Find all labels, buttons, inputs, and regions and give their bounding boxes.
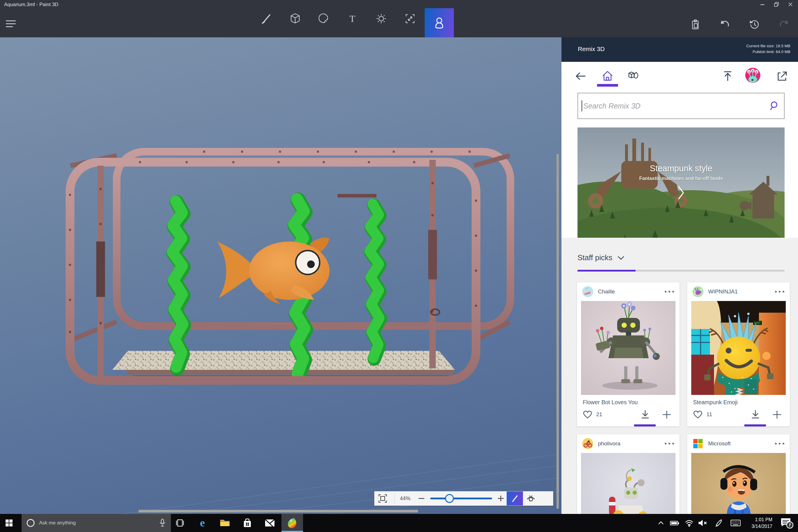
add-to-project-icon[interactable] <box>662 410 671 419</box>
action-center-icon[interactable]: 7 <box>777 514 796 532</box>
search-input[interactable]: Search Remix 3D <box>577 93 784 119</box>
view-mode-icon[interactable] <box>523 493 539 504</box>
store-icon[interactable] <box>237 514 258 532</box>
close-button[interactable] <box>783 0 797 9</box>
more-options-icon[interactable] <box>775 434 784 453</box>
back-icon[interactable] <box>574 70 587 83</box>
open-external-icon[interactable] <box>776 70 789 83</box>
history-icon[interactable] <box>747 18 762 32</box>
task-view-icon[interactable] <box>169 514 190 532</box>
model-thumbnail-flower-bot[interactable] <box>581 301 676 395</box>
more-options-icon[interactable] <box>664 282 674 301</box>
like-heart-icon[interactable] <box>693 410 703 419</box>
cortana-icon <box>26 518 35 527</box>
start-button[interactable] <box>0 514 18 532</box>
notification-badge: 7 <box>788 522 791 527</box>
app-header: Aquarium.3mf - Paint 3D T <box>0 0 798 37</box>
author-name: Chaille <box>598 282 615 301</box>
zoom-out-icon[interactable] <box>416 495 427 502</box>
like-heart-icon[interactable] <box>583 410 592 419</box>
canvas-horizontal-scrollbar[interactable] <box>138 510 418 512</box>
paste-icon[interactable] <box>688 18 702 32</box>
window-controls <box>755 0 797 9</box>
author-avatar[interactable] <box>582 438 593 449</box>
search-icon[interactable] <box>765 101 784 111</box>
search-placeholder: Search Remix 3D <box>583 102 765 110</box>
author-name: WIPNINJA1 <box>708 282 738 301</box>
home-icon-active[interactable] <box>601 70 614 83</box>
restore-button[interactable] <box>770 0 783 9</box>
download-icon[interactable] <box>751 410 760 419</box>
undo-icon[interactable] <box>718 18 732 32</box>
section-divider <box>577 270 784 271</box>
author-avatar[interactable] <box>692 286 703 297</box>
banner-title: Steampunk style <box>577 164 784 173</box>
time: 1:01 PM <box>743 516 772 523</box>
touch-keyboard-icon[interactable] <box>729 514 742 532</box>
zoom-slider-thumb[interactable] <box>445 494 454 503</box>
download-progress-bar <box>634 424 656 426</box>
fit-to-view-icon[interactable] <box>375 494 391 504</box>
author-avatar[interactable] <box>582 286 593 297</box>
paint-3d-app-active[interactable] <box>282 514 303 532</box>
author-avatar[interactable] <box>692 438 703 449</box>
like-count: 21 <box>596 411 602 418</box>
canvas-vertical-scrollbar[interactable] <box>556 154 559 509</box>
text-tool-icon[interactable]: T <box>345 12 359 26</box>
menu-icon[interactable] <box>6 20 16 28</box>
profile-avatar[interactable] <box>745 68 760 83</box>
steampunk-banner[interactable]: Steampunk style Fantastic machines and f… <box>577 128 784 238</box>
draw-mode-button-selected[interactable] <box>507 492 523 506</box>
model-card[interactable]: Chaille <box>577 282 680 426</box>
zoom-slider-track[interactable] <box>430 498 492 499</box>
active-app-indicator <box>282 531 303 532</box>
canvas-tool-icon[interactable] <box>403 12 417 26</box>
more-options-icon[interactable] <box>775 282 784 301</box>
brush-tool-icon[interactable] <box>259 12 273 26</box>
file-size-info: Current file size: 18.5 MB Publish limit… <box>746 43 791 55</box>
author-name: Microsoft <box>708 434 730 453</box>
download-icon[interactable] <box>641 410 650 419</box>
3d-canvas[interactable] <box>0 37 562 514</box>
cortana-search-input[interactable]: Ask me anything <box>22 514 171 532</box>
current-file-size: Current file size: 18.5 MB <box>746 43 791 49</box>
minimize-button[interactable] <box>755 0 770 9</box>
zoom-slider[interactable] <box>430 494 492 503</box>
file-explorer-icon[interactable] <box>214 514 235 532</box>
like-count: 11 <box>706 411 712 418</box>
add-to-project-icon[interactable] <box>772 410 782 419</box>
upload-icon[interactable] <box>721 70 735 83</box>
text-cursor <box>582 100 582 111</box>
remix-panel-header: Remix 3D Current file size: 18.5 MB Publ… <box>562 37 798 62</box>
mail-icon[interactable] <box>259 514 280 532</box>
pen-icon[interactable] <box>712 514 725 532</box>
model-title: Flower Bot Loves You <box>583 399 638 406</box>
zoom-in-icon[interactable] <box>495 495 507 502</box>
volume-muted-icon[interactable] <box>696 514 709 532</box>
banner-subtitle: Fantastic machines and far-off lands <box>577 176 784 181</box>
wifi-icon[interactable] <box>683 514 696 532</box>
model-card[interactable]: WIPNINJA1 <box>687 282 790 426</box>
chevron-down-icon <box>618 255 625 260</box>
tray-chevron-up-icon[interactable] <box>654 514 668 532</box>
remix-3d-panel: Remix 3D Current file size: 18.5 MB Publ… <box>562 37 798 532</box>
window-title: Aquarium.3mf - Paint 3D <box>4 2 58 7</box>
sticker-tool-icon[interactable] <box>317 12 331 26</box>
3d-shapes-tool-icon[interactable] <box>288 12 302 26</box>
download-progress-bar <box>744 424 766 426</box>
remix-panel-title: Remix 3D <box>578 45 605 53</box>
chevron-right-icon[interactable] <box>577 186 784 200</box>
edge-browser-icon[interactable]: e <box>192 514 213 532</box>
battery-icon[interactable] <box>668 514 681 532</box>
remix-3d-tool-selected[interactable] <box>425 8 454 37</box>
model-thumbnail-steampunk-emoji[interactable]: EXIT <box>691 301 786 395</box>
effects-tool-icon[interactable] <box>374 12 388 26</box>
boards-icon[interactable] <box>627 70 641 83</box>
svg-text:EXIT: EXIT <box>754 321 761 325</box>
clock[interactable]: 1:01 PM 3/14/2017 <box>743 516 772 530</box>
model-title: Steampunk Emoji <box>693 399 738 406</box>
microphone-icon[interactable] <box>159 518 166 527</box>
svg-text:T: T <box>349 14 355 24</box>
more-options-icon[interactable] <box>664 434 674 453</box>
staff-picks-dropdown[interactable]: Staff picks <box>577 253 625 262</box>
